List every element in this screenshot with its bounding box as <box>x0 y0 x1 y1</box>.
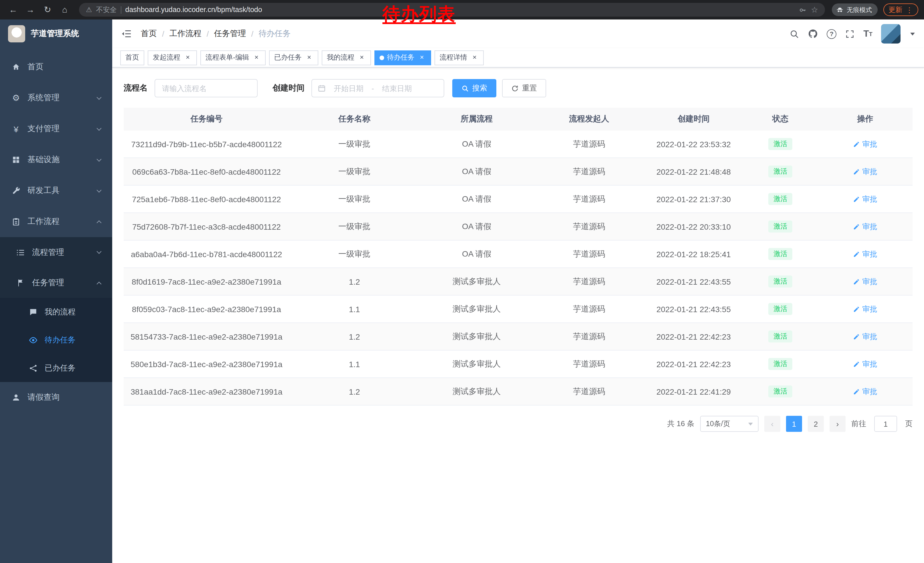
edit-icon <box>853 278 860 285</box>
clipboard-icon <box>12 217 21 226</box>
sidebar-item-todo-tasks[interactable]: 待办任务 <box>0 326 112 354</box>
task-id-cell: a6aba0a4-7b6d-11ec-b781-acde48001122 <box>124 249 290 258</box>
close-icon[interactable]: × <box>252 54 261 62</box>
approve-link[interactable]: 审批 <box>853 194 878 204</box>
tab-home[interactable]: 首页 <box>120 50 144 65</box>
approve-link[interactable]: 审批 <box>853 359 878 369</box>
update-button[interactable]: 更新 ⋮ <box>884 3 918 16</box>
status-cell: 激活 <box>743 193 818 205</box>
close-icon[interactable]: × <box>471 54 478 62</box>
edit-icon <box>853 360 860 368</box>
caret-down-icon[interactable] <box>910 32 915 35</box>
chevron-down-icon <box>97 249 102 254</box>
breadcrumb-item[interactable]: 任务管理 <box>214 29 246 39</box>
process-cell: OA 请假 <box>419 249 534 259</box>
breadcrumb: 首页 / 工作流程 / 任务管理 / 待办任务 <box>141 29 291 39</box>
application-window: ← → ↻ ⌂ ⚠ 不安全 dashboard.yudao.iocoder.cn… <box>0 0 924 563</box>
start-date-input[interactable] <box>328 84 369 93</box>
flag-icon <box>16 278 25 287</box>
help-icon[interactable]: ? <box>826 29 836 39</box>
next-page-button[interactable]: › <box>830 416 846 432</box>
initiator-cell: 芋道源码 <box>534 304 644 314</box>
github-icon[interactable] <box>808 29 818 39</box>
end-date-input[interactable] <box>376 84 418 93</box>
sidebar-item-home[interactable]: 首页 <box>0 51 112 83</box>
table-row: 580e1b3d-7ac8-11ec-a9e2-a2380e71991a1.1测… <box>124 350 912 378</box>
create-time-cell: 2022-01-21 22:42:23 <box>644 332 743 341</box>
tab-process-detail[interactable]: 流程详情× <box>435 50 484 65</box>
close-icon[interactable]: × <box>358 54 366 62</box>
sidebar-item-system[interactable]: ⚙ 系统管理 <box>0 83 112 113</box>
approve-link[interactable]: 审批 <box>853 386 878 396</box>
tab-done-tasks[interactable]: 已办任务× <box>269 50 318 65</box>
task-id-cell: 8f0d1619-7ac8-11ec-a9e2-a2380e71991a <box>124 277 290 286</box>
approve-link[interactable]: 审批 <box>853 249 878 259</box>
page-size-select[interactable]: 10条/页 <box>700 416 759 432</box>
user-avatar[interactable] <box>881 24 900 44</box>
approve-link[interactable]: 审批 <box>853 331 878 342</box>
page-button-2[interactable]: 2 <box>808 416 824 432</box>
create-time-cell: 2022-01-21 22:42:23 <box>644 359 743 369</box>
fullscreen-icon[interactable] <box>845 29 855 39</box>
back-icon[interactable]: ← <box>6 2 21 17</box>
approve-link[interactable]: 审批 <box>853 304 878 314</box>
approve-link[interactable]: 审批 <box>853 221 878 232</box>
task-id-cell: 75d72608-7b7f-11ec-a3c8-acde48001122 <box>124 222 290 231</box>
task-name-cell: 1.2 <box>290 332 420 341</box>
page-unit-label: 页 <box>905 419 912 429</box>
sidebar-item-workflow[interactable]: 工作流程 <box>0 206 112 237</box>
tab-my-process[interactable]: 我的流程× <box>322 50 371 65</box>
sidebar-item-leave-query[interactable]: 请假查询 <box>0 382 112 413</box>
task-id-cell: 73211d9d-7b9b-11ec-b5b7-acde48001122 <box>124 140 290 149</box>
sidebar-item-done-tasks[interactable]: 已办任务 <box>0 354 112 382</box>
sidebar-item-infra[interactable]: 基础设施 <box>0 144 112 175</box>
task-name-cell: 一级审批 <box>290 194 420 204</box>
app-logo-row[interactable]: 芋道管理系统 <box>0 20 112 48</box>
bookmark-star-icon[interactable]: ☆ <box>811 5 818 14</box>
gear-icon: ⚙ <box>12 93 21 102</box>
initiator-cell: 芋道源码 <box>534 359 644 369</box>
sidebar-item-devtools[interactable]: 研发工具 <box>0 175 112 206</box>
home-icon[interactable]: ⌂ <box>57 2 72 17</box>
search-button[interactable]: 搜索 <box>452 79 496 98</box>
sidebar-item-process-mgmt[interactable]: 流程管理 <box>0 237 112 267</box>
forward-icon[interactable]: → <box>23 2 38 17</box>
goto-page-input[interactable] <box>874 416 897 432</box>
approve-link[interactable]: 审批 <box>853 139 878 149</box>
sidebar-item-my-process[interactable]: 我的流程 <box>0 298 112 326</box>
create-time-cell: 2022-01-22 21:37:30 <box>644 194 743 204</box>
app-logo <box>8 25 25 42</box>
incognito-badge: 无痕模式 <box>832 3 878 16</box>
sidebar-item-payment[interactable]: ¥ 支付管理 <box>0 113 112 144</box>
calendar-icon <box>318 84 326 92</box>
key-icon[interactable] <box>799 6 807 14</box>
tab-todo-tasks[interactable]: 待办任务× <box>374 50 431 65</box>
tab-process-form-edit[interactable]: 流程表单-编辑× <box>200 50 266 65</box>
status-badge: 激活 <box>768 221 792 233</box>
close-icon[interactable]: × <box>184 54 192 62</box>
sidebar-item-task-mgmt[interactable]: 任务管理 <box>0 267 112 298</box>
browser-menu-icon[interactable]: ⋮ <box>906 6 913 14</box>
tab-start-process[interactable]: 发起流程× <box>148 50 197 65</box>
sidebar-toggle-icon[interactable] <box>122 29 132 39</box>
edit-icon <box>853 168 860 175</box>
refresh-icon[interactable]: ↻ <box>40 2 55 17</box>
close-icon[interactable]: × <box>305 54 313 62</box>
reset-button[interactable]: 重置 <box>502 79 546 98</box>
font-size-icon[interactable]: TT <box>863 29 873 39</box>
approve-link[interactable]: 审批 <box>853 167 878 177</box>
close-icon[interactable]: × <box>418 54 426 62</box>
dashboard-icon <box>12 62 21 72</box>
status-cell: 激活 <box>743 303 818 315</box>
top-navbar: 首页 / 工作流程 / 任务管理 / 待办任务 ? TT <box>112 20 924 48</box>
breadcrumb-item[interactable]: 首页 <box>141 29 157 39</box>
prev-page-button[interactable]: ‹ <box>764 416 780 432</box>
breadcrumb-item[interactable]: 工作流程 <box>170 29 201 39</box>
eye-icon <box>28 335 38 344</box>
table-row: 75d72608-7b7f-11ec-a3c8-acde48001122一级审批… <box>124 213 912 240</box>
date-range-picker[interactable]: - <box>311 79 444 98</box>
approve-link[interactable]: 审批 <box>853 276 878 287</box>
search-icon[interactable] <box>789 29 799 39</box>
page-button-1[interactable]: 1 <box>786 416 802 432</box>
process-name-input[interactable] <box>154 79 258 98</box>
